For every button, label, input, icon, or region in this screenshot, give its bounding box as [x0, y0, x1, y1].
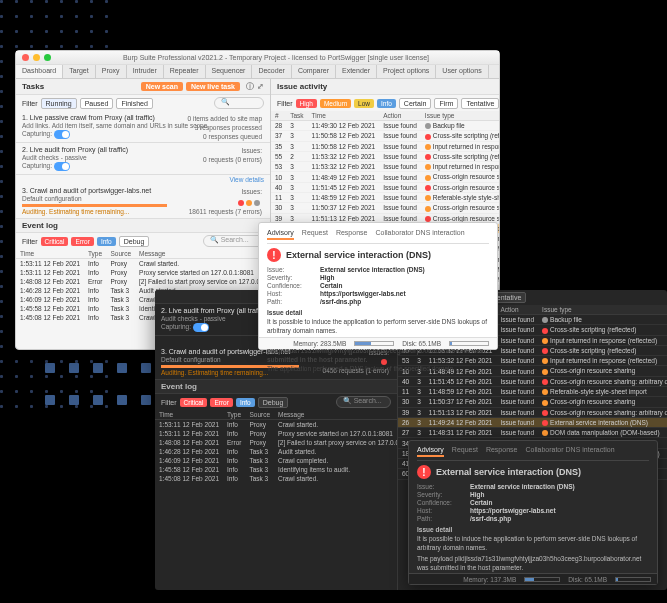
close-icon[interactable] [22, 54, 29, 61]
tab-project-options[interactable]: Project options [377, 65, 436, 78]
dark-evlog-search[interactable]: 🔍 Search... [336, 396, 391, 408]
col-message[interactable]: Message [274, 410, 397, 420]
issue-row[interactable]: 11311:48:59 12 Feb 2021Issue foundRefera… [398, 386, 667, 396]
capturing-toggle-icon[interactable] [54, 162, 70, 171]
chip-info[interactable]: Info [97, 237, 116, 246]
evlog-row[interactable]: 1:53:11 12 Feb 2021InfoProxyCrawl starte… [16, 259, 270, 269]
minimize-icon[interactable] [33, 54, 40, 61]
issue-row[interactable]: 10311:48:49 12 Feb 2021Issue foundCross-… [271, 172, 499, 182]
eventlog-search[interactable]: 🔍 Search... [203, 235, 264, 247]
col-#[interactable]: # [271, 111, 286, 121]
issue-row[interactable]: 28311:49:30 12 Feb 2021Issue foundBackup… [271, 121, 499, 131]
severity-dot-icon [542, 358, 548, 364]
chip-info[interactable]: Info [236, 398, 255, 407]
issue-row[interactable]: 26311:49:24 12 Feb 2021Issue foundExtern… [398, 417, 667, 427]
issue-detail-hdr: Issue detail [267, 309, 302, 316]
col-issue-type[interactable]: Issue type [538, 305, 667, 315]
capturing-toggle-icon[interactable] [193, 323, 209, 332]
task-card-3[interactable]: 3. Crawl and audit of portswigger-labs.n… [16, 184, 270, 219]
col-source[interactable]: Source [245, 410, 274, 420]
tab-advisory[interactable]: Advisory [267, 229, 294, 240]
chip-error[interactable]: Error [71, 237, 93, 246]
issue-row[interactable]: 40311:51:45 12 Feb 2021Issue foundCross-… [271, 182, 499, 192]
chip-high[interactable]: High [296, 99, 317, 108]
chip-info[interactable]: Info [377, 99, 396, 108]
col-type[interactable]: Type [84, 249, 106, 259]
evlog-row[interactable]: 1:46:09 12 Feb 2021InfoTask 3Crawl compl… [155, 456, 397, 465]
issue-row[interactable]: 55211:53:32 12 Feb 2021Issue foundCross-… [271, 151, 499, 161]
chip-error[interactable]: Error [210, 398, 232, 407]
tab-intruder[interactable]: Intruder [127, 65, 164, 78]
tab-dashboard[interactable]: Dashboard [16, 65, 63, 78]
issue-row[interactable]: 40311:51:45 12 Feb 2021Issue foundCross-… [398, 376, 667, 386]
help-icon[interactable]: ⓘ [246, 81, 254, 92]
tab-advisory[interactable]: Advisory [417, 446, 444, 457]
col-action[interactable]: Action [496, 305, 538, 315]
chip-critical[interactable]: Critical [41, 237, 69, 246]
evlog-row[interactable]: 1:48:08 12 Feb 2021ErrorProxy[2] Failed … [16, 277, 270, 286]
col-action[interactable]: Action [379, 111, 421, 121]
col-source[interactable]: Source [106, 249, 135, 259]
col-task[interactable]: Task [286, 111, 307, 121]
tab-user-options[interactable]: User options [436, 65, 488, 78]
col-type[interactable]: Type [223, 410, 245, 420]
view-details-link[interactable]: View details [16, 175, 270, 184]
chip-medium[interactable]: Medium [320, 99, 351, 108]
issue-filter: Filter High Medium Low Info Certain Firm… [271, 95, 499, 111]
evlog-row[interactable]: 1:46:28 12 Feb 2021InfoTask 3Audit start… [155, 447, 397, 456]
fullscreen-icon[interactable] [44, 54, 51, 61]
tab-response[interactable]: Response [486, 446, 518, 457]
col-time[interactable]: Time [308, 111, 380, 121]
evlog-row[interactable]: 1:45:08 12 Feb 2021InfoTask 3Crawl start… [155, 474, 397, 483]
col-message[interactable]: Message [135, 249, 270, 259]
issue-row[interactable]: 30311:50:37 12 Feb 2021Issue foundCross-… [271, 203, 499, 213]
capturing-toggle-icon[interactable] [54, 130, 70, 139]
filter-paused[interactable]: Paused [80, 98, 114, 109]
chip-debug[interactable]: Debug [258, 397, 289, 408]
tab-request[interactable]: Request [452, 446, 478, 457]
tasks-search[interactable]: 🔍 [214, 97, 264, 109]
evlog-row[interactable]: 1:48:08 12 Feb 2021ErrorProxy[2] Failed … [155, 438, 397, 447]
issue-row[interactable]: 53311:53:32 12 Feb 2021Issue foundInput … [271, 162, 499, 172]
task-card-1[interactable]: 1. Live passive crawl from Proxy (all tr… [16, 111, 270, 143]
traffic-lights[interactable] [22, 54, 51, 61]
tab-proxy[interactable]: Proxy [96, 65, 127, 78]
col-issue-type[interactable]: Issue type [421, 111, 499, 121]
evlog-row[interactable]: 1:53:11 12 Feb 2021InfoProxyProxy servic… [16, 268, 270, 277]
chip-certain[interactable]: Certain [399, 98, 432, 109]
severity-dot-icon [425, 195, 431, 201]
col-time[interactable]: Time [155, 410, 223, 420]
tab-target[interactable]: Target [63, 65, 95, 78]
chip-tentative[interactable]: Tentative [461, 98, 499, 109]
tab-comparer[interactable]: Comparer [292, 65, 336, 78]
tab-extender[interactable]: Extender [336, 65, 377, 78]
filter-finished[interactable]: Finished [116, 98, 152, 109]
tab-sequencer[interactable]: Sequencer [206, 65, 253, 78]
evlog-row[interactable]: 1:53:11 12 Feb 2021InfoProxyProxy servic… [155, 429, 397, 438]
tab-repeater[interactable]: Repeater [164, 65, 206, 78]
chip-firm[interactable]: Firm [434, 98, 458, 109]
task-card-2[interactable]: 2. Live audit from Proxy (all traffic) A… [16, 143, 270, 175]
new-scan-button[interactable]: New scan [141, 82, 183, 91]
issue-row[interactable]: 11311:48:59 12 Feb 2021Issue foundRefera… [271, 192, 499, 202]
tab-collab[interactable]: Collaborator DNS interaction [525, 446, 614, 457]
evlog-row[interactable]: 1:53:11 12 Feb 2021InfoProxyCrawl starte… [155, 420, 397, 430]
new-live-task-button[interactable]: New live task [186, 82, 240, 91]
issue-row[interactable]: 30311:50:37 12 Feb 2021Issue foundCross-… [398, 397, 667, 407]
filter-running[interactable]: Running [41, 98, 77, 109]
tab-request[interactable]: Request [302, 229, 328, 240]
issue-row[interactable]: 37311:50:58 12 Feb 2021Issue foundCross-… [271, 131, 499, 141]
evlog-row[interactable]: 1:45:58 12 Feb 2021InfoTask 3Identifying… [155, 465, 397, 474]
chip-critical[interactable]: Critical [180, 398, 208, 407]
chip-debug[interactable]: Debug [119, 236, 150, 247]
tab-decoder[interactable]: Decoder [252, 65, 291, 78]
severity-dot-icon [542, 317, 548, 323]
expand-icon[interactable]: ⤢ [257, 82, 264, 91]
col-time[interactable]: Time [16, 249, 84, 259]
chip-low[interactable]: Low [354, 99, 374, 108]
issue-row[interactable]: 35311:50:58 12 Feb 2021Issue foundInput … [271, 141, 499, 151]
tab-response[interactable]: Response [336, 229, 368, 240]
tab-collab[interactable]: Collaborator DNS interaction [375, 229, 464, 240]
issue-row[interactable]: 39311:51:13 12 Feb 2021Issue foundCross-… [398, 407, 667, 417]
issue-row[interactable]: 27311:48:31 12 Feb 2021Issue foundDOM da… [398, 428, 667, 438]
